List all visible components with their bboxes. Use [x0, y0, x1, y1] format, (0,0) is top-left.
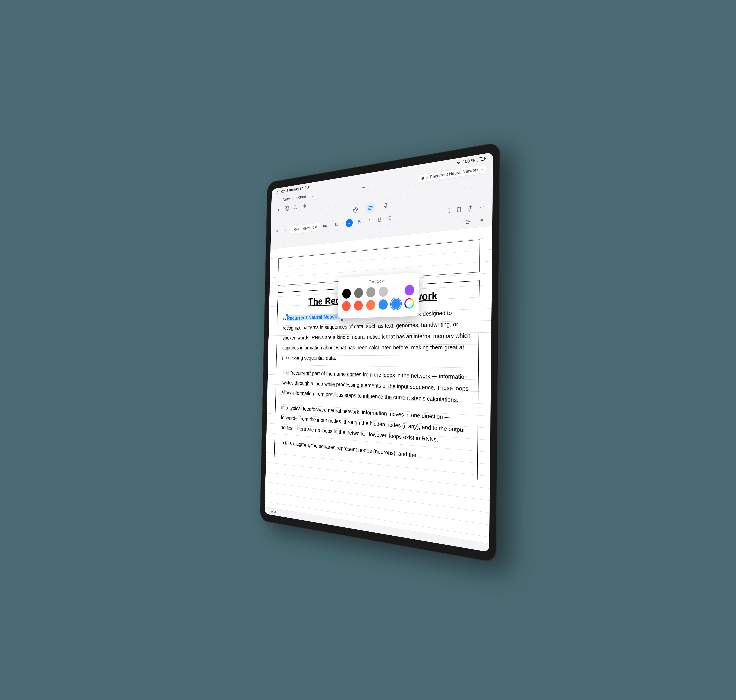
svg-point-11	[354, 209, 355, 210]
chevron-down-icon[interactable]: ⌄	[311, 193, 314, 198]
paragraph-4: In this diagram, the squares represent n…	[280, 437, 469, 466]
color-swatch[interactable]	[404, 285, 414, 296]
insert-icon[interactable]	[443, 206, 452, 216]
svg-line-5	[296, 208, 297, 209]
svg-line-15	[368, 208, 372, 208]
mic-icon[interactable]	[381, 200, 390, 211]
back-button[interactable]: ‹	[275, 206, 281, 214]
close-tab-left[interactable]: ×	[275, 197, 280, 204]
search-icon[interactable]	[292, 203, 298, 212]
strike-button[interactable]: S	[386, 213, 394, 222]
svg-line-16	[368, 209, 371, 210]
tab-overflow[interactable]: ···	[361, 184, 367, 191]
font-style-button[interactable]: Aa	[322, 223, 327, 229]
svg-rect-1	[287, 206, 289, 208]
font-picker[interactable]: .SFUI-Semibold	[290, 222, 320, 234]
p1-prefix: A	[283, 315, 287, 321]
battery-pct: 100 %	[462, 157, 475, 165]
grid-icon[interactable]	[283, 204, 290, 213]
screen: 10:02 Samstag 27. Juli 100 % × Notes - L…	[265, 152, 493, 552]
underline-button[interactable]: U	[375, 215, 383, 224]
font-size-plus[interactable]: +	[340, 221, 343, 226]
font-size-value: 15	[333, 222, 339, 227]
page-content: The Recurrent Neural Network A Recurrent…	[274, 280, 479, 479]
font-size-stepper: − 15 +	[330, 221, 343, 228]
svg-point-13	[356, 209, 357, 209]
share-icon[interactable]	[466, 203, 475, 213]
swatch-row-1	[342, 285, 414, 299]
text-selection[interactable]: Recurrent Neural Network	[287, 313, 342, 321]
popover-title: Text Color	[342, 276, 414, 286]
color-swatch[interactable]	[378, 299, 388, 310]
italic-button[interactable]: I	[365, 216, 373, 225]
color-swatch[interactable]	[404, 298, 414, 309]
footer-bar: 3 of 3	[265, 507, 489, 552]
svg-rect-17	[385, 203, 387, 207]
tab-title-right: Recurrent Neural Network	[430, 167, 478, 180]
text-mode-icon[interactable]	[366, 203, 375, 213]
more-icon[interactable]: ···	[477, 202, 486, 212]
svg-rect-2	[285, 209, 286, 211]
svg-line-23	[465, 224, 469, 224]
svg-rect-3	[287, 209, 289, 210]
color-swatch[interactable]	[342, 301, 350, 311]
split-view-icon: ▣	[421, 175, 425, 181]
document-title[interactable]: The Recurrent Neural Network	[283, 288, 471, 308]
paragraph-2: The "recurrent" part of the name comes f…	[281, 368, 470, 406]
close-tab-right[interactable]: ×	[426, 175, 428, 180]
redo-button[interactable]: ↷	[282, 228, 287, 234]
chevron-down-icon: ⌄	[347, 221, 350, 225]
svg-line-21	[466, 220, 470, 221]
undo-button[interactable]: ↶	[275, 228, 280, 235]
color-swatch[interactable]	[354, 288, 363, 298]
bookmark-icon[interactable]	[455, 204, 463, 214]
document-canvas[interactable]: Text Color The Recurrent Neural Network …	[265, 226, 492, 544]
status-bar: 10:02 Samstag 27. Juli 100 %	[271, 152, 493, 197]
palette-icon[interactable]	[351, 205, 360, 215]
svg-line-22	[465, 221, 470, 222]
color-swatch[interactable]	[391, 299, 401, 309]
battery-icon	[477, 157, 485, 162]
color-swatch[interactable]	[392, 285, 401, 296]
svg-rect-0	[285, 206, 286, 208]
wifi-icon	[456, 160, 461, 166]
tab-right[interactable]: ▣ × Recurrent Neural Network ⌄	[418, 164, 487, 183]
text-color-popover: Text Color	[338, 272, 419, 319]
svg-rect-18	[446, 209, 450, 213]
paragraph-icon[interactable]: ⌄	[465, 216, 474, 226]
color-swatch[interactable]	[366, 287, 375, 297]
status-time: 10:02	[277, 189, 285, 194]
swatch-row-2	[342, 298, 414, 311]
svg-point-12	[355, 208, 356, 209]
page-indicator: 3 of 3	[269, 509, 276, 514]
bold-button[interactable]: B	[355, 217, 363, 226]
color-swatch[interactable]	[366, 300, 375, 310]
color-swatch[interactable]	[354, 300, 363, 310]
chevron-down-icon[interactable]: ⌄	[480, 166, 484, 172]
ipad-device: 10:02 Samstag 27. Juli 100 % × Notes - L…	[260, 142, 500, 563]
color-swatch[interactable]	[342, 288, 351, 299]
waveform-icon[interactable]	[300, 202, 307, 210]
text-color-button[interactable]: ⌄	[346, 218, 353, 227]
font-size-minus[interactable]: −	[330, 222, 332, 228]
color-swatch[interactable]	[378, 286, 388, 297]
document-body[interactable]: A Recurrent Neural Network is a type of …	[280, 306, 471, 466]
svg-line-14	[368, 206, 372, 207]
magic-icon[interactable]: ✦	[477, 215, 486, 225]
previous-page-fragment	[278, 240, 480, 285]
